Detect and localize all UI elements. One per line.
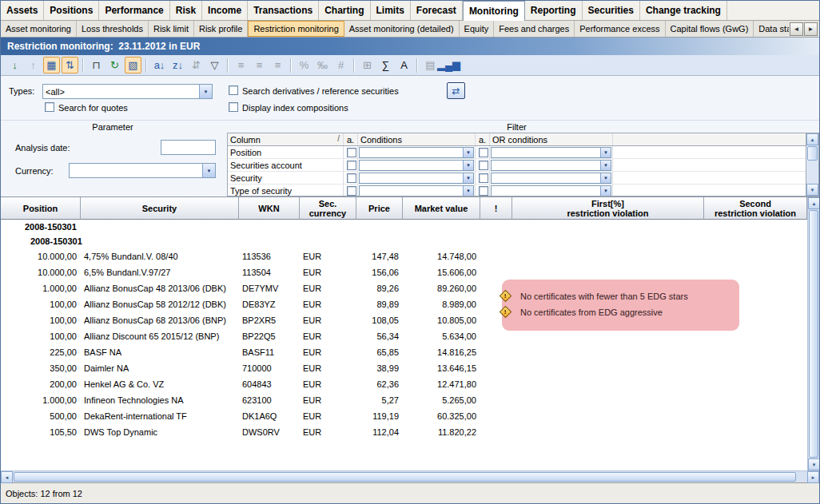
- filter-col-header-column-0[interactable]: Column/: [228, 133, 344, 145]
- filter-or-checkbox[interactable]: [479, 161, 488, 170]
- filter-and-checkbox[interactable]: [347, 148, 356, 157]
- search-derivatives-checkbox[interactable]: [229, 85, 238, 95]
- currency-dropdown[interactable]: ▼: [69, 163, 216, 178]
- group-row[interactable]: 2008-150301: [1, 220, 807, 234]
- scroll-right-button[interactable]: ►: [807, 471, 819, 483]
- tab-fees-and-charges[interactable]: Fees and charges: [494, 21, 575, 37]
- table-row[interactable]: 350,00Daimler NA710000EUR38,9913.646,15: [1, 360, 807, 376]
- table-row[interactable]: 10.000,006,5% Bundanl.V.97/27113504EUR15…: [1, 264, 807, 280]
- table-row[interactable]: 10.000,004,75% Bundanl.V. 08/40113536EUR…: [1, 248, 807, 264]
- or-conditions-dropdown[interactable]: ▼: [491, 185, 611, 196]
- table-row[interactable]: 200,00Henkel AG & Co. VZ604843EUR62,3612…: [1, 376, 807, 392]
- conditions-dropdown[interactable]: ▼: [359, 160, 474, 171]
- refresh-icon[interactable]: ↻: [106, 57, 123, 73]
- tab-capital-flows-gwg[interactable]: Capital flows (GwG): [666, 21, 754, 37]
- menu-item-forecast[interactable]: Forecast: [411, 1, 463, 20]
- table-row[interactable]: 225,00BASF NABASF11EUR65,8514.816,25: [1, 344, 807, 360]
- tab-scroll-right-button[interactable]: ►: [804, 22, 818, 36]
- table-row[interactable]: 105,50DWS Top DynamicDWS0RVEUR112,0411.8…: [1, 424, 807, 440]
- menu-item-assets[interactable]: Assets: [1, 1, 44, 20]
- menu-item-reporting[interactable]: Reporting: [525, 1, 583, 20]
- filter-col-header-or-conditions-4[interactable]: OR conditions: [490, 133, 613, 145]
- chevron-down-icon[interactable]: ▼: [463, 161, 473, 170]
- menu-item-charting[interactable]: Charting: [319, 1, 370, 20]
- fit-rows-icon[interactable]: ⇅: [62, 57, 78, 73]
- search-for-quotes-checkbox[interactable]: [45, 102, 54, 112]
- pattern-view-icon[interactable]: ▧: [125, 57, 141, 73]
- tab-equity[interactable]: Equity: [460, 21, 495, 37]
- menu-item-income[interactable]: Income: [202, 1, 248, 20]
- chart-icon[interactable]: ▂▄▆: [440, 57, 457, 73]
- execute-search-button[interactable]: ⇄: [447, 82, 465, 99]
- sum-icon[interactable]: ∑: [377, 57, 394, 73]
- group-row[interactable]: 2008-150301: [1, 234, 807, 248]
- menu-item-securities[interactable]: Securities: [583, 1, 640, 20]
- table-row[interactable]: 100,00Allianz Discount 65 2015/12 (BNP)B…: [1, 328, 807, 344]
- chevron-down-icon[interactable]: ▼: [600, 173, 611, 183]
- tab-asset-monitoring-detailed[interactable]: Asset monitoring (detailed): [344, 21, 460, 37]
- filter-col-header-a-1[interactable]: a.: [344, 133, 358, 145]
- conditions-dropdown[interactable]: ▼: [359, 185, 474, 196]
- analysis-date-input[interactable]: [161, 140, 216, 155]
- filter-or-checkbox[interactable]: [479, 173, 488, 183]
- scroll-up-button[interactable]: ▲: [808, 197, 820, 209]
- conditions-dropdown[interactable]: ▼: [359, 147, 474, 158]
- chevron-down-icon[interactable]: ▼: [463, 148, 473, 157]
- font-icon[interactable]: A: [396, 57, 412, 73]
- tab-asset-monitoring[interactable]: Asset monitoring: [1, 21, 77, 37]
- chevron-down-icon[interactable]: ▼: [199, 85, 212, 98]
- types-dropdown[interactable]: <all> ▼: [42, 84, 213, 99]
- or-conditions-dropdown[interactable]: ▼: [491, 147, 611, 158]
- freeze-pane-icon[interactable]: ⊓: [88, 57, 105, 73]
- horizontal-scrollbar[interactable]: ◄ ►: [1, 470, 819, 482]
- menu-item-monitoring[interactable]: Monitoring: [463, 1, 525, 21]
- scroll-down-button[interactable]: ▼: [808, 458, 820, 470]
- tab-restriction-monitoring[interactable]: Restriction monitoring: [248, 21, 344, 37]
- column-header-security[interactable]: Security: [81, 197, 239, 220]
- filter-scrollbar-track[interactable]: [806, 161, 818, 184]
- filter-scrollbar-thumb[interactable]: [807, 146, 818, 161]
- chevron-down-icon[interactable]: ▼: [600, 148, 611, 157]
- scroll-left-button[interactable]: ◄: [1, 471, 13, 483]
- chevron-down-icon[interactable]: ▼: [202, 164, 215, 177]
- column-header-second-restriction-violation[interactable]: Secondrestriction violation: [704, 197, 807, 220]
- tab-loss-thresholds[interactable]: Loss thresholds: [77, 21, 149, 37]
- menu-item-transactions[interactable]: Transactions: [248, 1, 319, 20]
- column-header-wkn[interactable]: WKN: [239, 197, 300, 220]
- sort-descending-icon[interactable]: z↓: [169, 57, 186, 73]
- tab-scroll-left-button[interactable]: ◄: [790, 22, 803, 36]
- vertical-scrollbar-thumb[interactable]: [809, 210, 818, 458]
- tab-data-status[interactable]: Data status: [754, 21, 789, 37]
- column-header-violation-flag[interactable]: !: [480, 197, 512, 220]
- conditions-dropdown[interactable]: ▼: [359, 173, 474, 184]
- menu-item-positions[interactable]: Positions: [44, 1, 99, 20]
- chevron-down-icon[interactable]: ▼: [600, 161, 611, 170]
- column-header-first-restriction-violation[interactable]: First[%]restriction violation: [512, 197, 704, 220]
- or-conditions-dropdown[interactable]: ▼: [491, 173, 611, 184]
- filter-col-header-conditions-2[interactable]: Conditions: [358, 133, 476, 145]
- filter-and-checkbox[interactable]: [347, 173, 356, 183]
- column-header-market-value[interactable]: Market value: [403, 197, 480, 220]
- column-header-sec-currency[interactable]: Sec.currency: [300, 197, 356, 220]
- filter-icon[interactable]: ▽: [206, 57, 223, 73]
- column-header-price[interactable]: Price: [356, 197, 403, 220]
- table-mode-icon[interactable]: ▦: [43, 57, 60, 73]
- tab-performance-excess[interactable]: Performance excess: [575, 21, 665, 37]
- filter-col-header-a-3[interactable]: a.: [476, 133, 490, 145]
- menu-item-limits[interactable]: Limits: [371, 1, 411, 20]
- sort-ascending-icon[interactable]: a↓: [151, 57, 168, 73]
- menu-item-performance[interactable]: Performance: [99, 1, 169, 20]
- table-row[interactable]: 500,00DekaRent-international TFDK1A6QEUR…: [1, 408, 807, 424]
- filter-and-checkbox[interactable]: [347, 161, 356, 170]
- scroll-down-button[interactable]: ▼: [806, 184, 818, 196]
- chevron-down-icon[interactable]: ▼: [463, 186, 473, 196]
- or-conditions-dropdown[interactable]: ▼: [491, 160, 611, 171]
- vertical-scrollbar[interactable]: ▲ ▼: [807, 197, 819, 470]
- tab-risk-limit[interactable]: Risk limit: [149, 21, 194, 37]
- table-row[interactable]: 1.000,00Infineon Technologies NA623100EU…: [1, 392, 807, 408]
- chevron-down-icon[interactable]: ▼: [463, 173, 473, 183]
- import-icon[interactable]: ↓: [6, 57, 23, 73]
- scroll-up-button[interactable]: ▲: [806, 133, 818, 145]
- filter-or-checkbox[interactable]: [479, 148, 488, 157]
- menu-item-change-tracking[interactable]: Change tracking: [640, 1, 727, 20]
